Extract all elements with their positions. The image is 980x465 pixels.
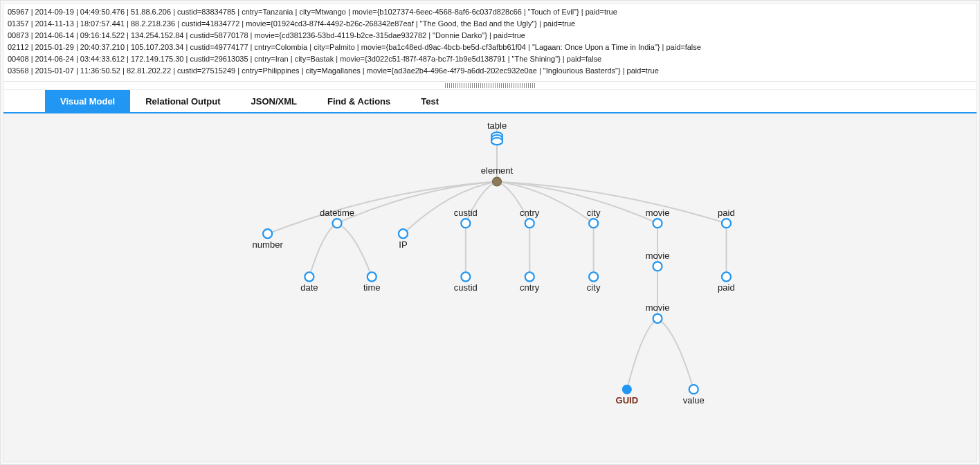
tree-node-icon bbox=[653, 219, 662, 228]
tree-node-label: date bbox=[300, 282, 318, 293]
tree-node-label: movie bbox=[646, 208, 670, 218]
tree-node-paid2[interactable]: paid bbox=[718, 273, 735, 293]
tree-node-icon bbox=[589, 273, 598, 282]
tree-node-label: movie bbox=[646, 302, 670, 313]
tree-node-movie3[interactable]: movie bbox=[646, 302, 670, 323]
tree-node-icon bbox=[333, 219, 342, 228]
tree-node-icon bbox=[368, 273, 376, 282]
tree-node-custid[interactable]: custid bbox=[454, 208, 478, 228]
tree-node-label: paid bbox=[718, 208, 735, 218]
grip-icon bbox=[445, 83, 535, 88]
tree-node-label: value bbox=[683, 395, 705, 405]
tab-test[interactable]: Test bbox=[406, 90, 454, 112]
tree-node-icon bbox=[589, 219, 598, 228]
tree-node-custid2[interactable]: custid bbox=[454, 273, 478, 293]
tree-node-label: custid bbox=[454, 208, 478, 218]
tree-node-paid[interactable]: paid bbox=[718, 208, 735, 228]
tree-edge bbox=[627, 319, 657, 390]
tree-node-icon bbox=[653, 262, 662, 271]
tab-relational-output[interactable]: Relational Output bbox=[130, 90, 235, 112]
tree-node-icon bbox=[653, 314, 662, 323]
tree-node-date[interactable]: date bbox=[300, 273, 318, 293]
tree-node-icon bbox=[689, 385, 698, 394]
sample-data-panel: 05967 | 2014-09-19 | 04:49:50.476 | 51.8… bbox=[3, 3, 977, 82]
tree-node-city2[interactable]: city bbox=[587, 273, 601, 293]
splitter-handle[interactable] bbox=[3, 82, 977, 90]
tab-visual-model[interactable]: Visual Model bbox=[45, 90, 130, 112]
svg-point-2 bbox=[491, 138, 502, 145]
tree-edge bbox=[657, 319, 693, 390]
tree-node-label: movie bbox=[646, 250, 670, 261]
tree-node-guid[interactable]: GUID bbox=[616, 385, 639, 405]
tree-node-icon bbox=[263, 229, 272, 238]
tree-node-icon bbox=[722, 219, 731, 228]
tree-node-icon bbox=[399, 229, 408, 238]
tree-node-label: table bbox=[487, 120, 507, 131]
tree-node-label: time bbox=[363, 282, 381, 293]
tree-node-ip[interactable]: IP bbox=[399, 229, 408, 250]
tree-node-city[interactable]: city bbox=[587, 208, 601, 228]
tree-node-label: element bbox=[481, 166, 514, 176]
tree-node-icon bbox=[722, 273, 731, 282]
log-line: 00873 | 2014-06-14 | 09:16:14.522 | 134.… bbox=[8, 30, 972, 42]
tree-node-icon bbox=[525, 219, 534, 228]
tree-node-value[interactable]: value bbox=[683, 385, 705, 405]
tree-edge bbox=[403, 182, 497, 234]
tree-node-datetime[interactable]: datetime bbox=[320, 208, 354, 228]
tree-node-label: paid bbox=[718, 282, 735, 293]
log-line: 05967 | 2014-09-19 | 04:49:50.476 | 51.8… bbox=[8, 6, 972, 18]
tab-find-actions[interactable]: Find & Actions bbox=[312, 90, 406, 112]
tree-edge bbox=[337, 224, 372, 277]
tree-node-cntry[interactable]: cntry bbox=[520, 208, 540, 228]
tree-node-label: GUID bbox=[616, 395, 639, 405]
tab-json-xml[interactable]: JSON/XML bbox=[236, 90, 312, 112]
log-line: 00408 | 2014-06-24 | 03:44:33.612 | 172.… bbox=[8, 53, 972, 65]
tree-edge bbox=[309, 224, 337, 277]
tree-node-cntry2[interactable]: cntry bbox=[520, 273, 540, 293]
tree-node-number[interactable]: number bbox=[253, 229, 284, 250]
tree-node-icon bbox=[461, 219, 470, 228]
tree-node-label: cntry bbox=[520, 208, 540, 218]
tree-node-time[interactable]: time bbox=[363, 273, 381, 293]
tree-node-movie[interactable]: movie bbox=[646, 208, 670, 228]
tree-node-icon bbox=[461, 273, 470, 282]
tree-node-label: city bbox=[587, 208, 601, 218]
log-line: 02112 | 2015-01-29 | 20:40:37.210 | 105.… bbox=[8, 42, 972, 53]
log-line: 01357 | 2014-11-13 | 18:07:57.441 | 88.2… bbox=[8, 18, 972, 30]
tree-node-movie2[interactable]: movie bbox=[646, 250, 670, 271]
tabs-strip: Visual Model Relational Output JSON/XML … bbox=[3, 90, 977, 113]
tree-node-label: custid bbox=[454, 282, 478, 293]
tree-root-icon bbox=[493, 177, 502, 186]
tree-node-icon bbox=[305, 273, 314, 282]
tree-node-icon bbox=[525, 273, 534, 282]
tree-node-root[interactable]: table bbox=[487, 120, 507, 145]
tree-node-label: cntry bbox=[520, 282, 540, 293]
tree-node-label: datetime bbox=[320, 208, 354, 218]
tree-node-icon bbox=[622, 385, 631, 394]
tree-node-label: city bbox=[587, 282, 601, 293]
log-line: 03568 | 2015-01-07 | 11:36:50.52 | 82.81… bbox=[8, 65, 972, 77]
tree-node-label: IP bbox=[399, 239, 408, 250]
tree-node-label: number bbox=[253, 239, 284, 250]
visual-model-canvas[interactable]: tableelementnumberdatetimedatetimeIPcust… bbox=[3, 113, 977, 462]
